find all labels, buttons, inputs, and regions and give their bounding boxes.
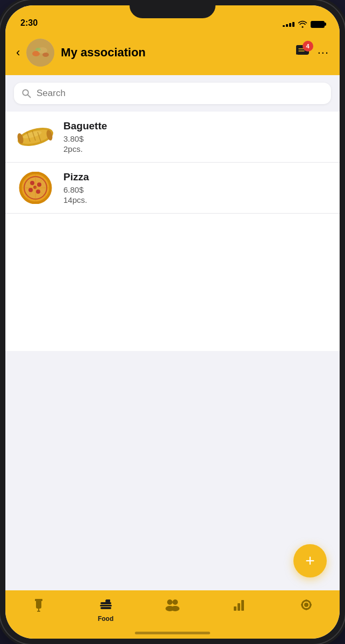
svg-point-4 bbox=[35, 48, 41, 51]
notification-button[interactable]: 4 bbox=[295, 44, 310, 61]
list-item[interactable]: Pizza 6.80$ 14pcs. bbox=[5, 163, 340, 214]
more-button[interactable]: ··· bbox=[318, 46, 329, 60]
search-icon bbox=[21, 89, 31, 98]
svg-rect-47 bbox=[241, 600, 244, 611]
wifi-icon bbox=[298, 20, 307, 28]
avatar bbox=[26, 39, 54, 67]
status-icons bbox=[283, 20, 325, 28]
item-quantity-pizza: 14pcs. bbox=[63, 195, 329, 204]
svg-point-23 bbox=[30, 181, 34, 185]
list-item[interactable]: Baguette 3.80$ 2pcs. bbox=[5, 112, 340, 163]
item-details-pizza: Pizza 6.80$ 14pcs. bbox=[63, 171, 329, 204]
svg-point-52 bbox=[301, 604, 303, 606]
search-box bbox=[14, 83, 331, 104]
item-name-pizza: Pizza bbox=[63, 171, 329, 183]
item-quantity-baguette: 2pcs. bbox=[63, 144, 329, 153]
svg-rect-40 bbox=[106, 599, 110, 602]
item-price-pizza: 6.80$ bbox=[63, 185, 329, 194]
stats-icon bbox=[232, 598, 246, 612]
header-title: My association bbox=[61, 46, 288, 60]
baguette-image bbox=[16, 121, 55, 153]
status-time: 2:30 bbox=[20, 18, 38, 28]
signal-icon bbox=[283, 22, 294, 27]
phone-screen: 2:30 bbox=[5, 5, 340, 639]
svg-point-51 bbox=[305, 608, 307, 610]
svg-rect-45 bbox=[234, 606, 236, 611]
content-area: + bbox=[5, 351, 340, 590]
nav-item-settings[interactable] bbox=[273, 596, 340, 614]
svg-rect-32 bbox=[36, 600, 41, 609]
people-icon bbox=[164, 598, 181, 612]
svg-point-50 bbox=[305, 599, 307, 602]
fab-button[interactable]: + bbox=[293, 544, 327, 577]
drinks-icon bbox=[32, 598, 46, 613]
phone-frame: 2:30 bbox=[0, 0, 345, 644]
search-container bbox=[5, 75, 340, 112]
nav-label-food: Food bbox=[98, 615, 113, 623]
back-button[interactable]: ‹ bbox=[16, 46, 20, 60]
content-list: Baguette 3.80$ 2pcs. bbox=[5, 112, 340, 351]
search-input[interactable] bbox=[37, 88, 324, 99]
notch bbox=[130, 0, 215, 18]
pizza-image bbox=[16, 172, 55, 204]
svg-rect-38 bbox=[100, 607, 111, 609]
svg-rect-46 bbox=[238, 603, 240, 611]
svg-point-48 bbox=[304, 603, 308, 607]
svg-rect-35 bbox=[37, 611, 40, 612]
notification-badge: 4 bbox=[303, 41, 313, 52]
svg-point-53 bbox=[310, 604, 312, 606]
header-actions: 4 ··· bbox=[295, 44, 329, 61]
nav-item-stats[interactable] bbox=[206, 596, 272, 614]
nav-item-people[interactable] bbox=[139, 596, 206, 614]
settings-icon bbox=[299, 598, 313, 612]
svg-rect-36 bbox=[100, 602, 111, 604]
home-indicator bbox=[135, 632, 210, 634]
header: ‹ My association bbox=[5, 32, 340, 75]
item-details-baguette: Baguette 3.80$ 2pcs. bbox=[63, 120, 329, 153]
food-icon bbox=[98, 598, 113, 613]
battery-icon bbox=[311, 21, 325, 28]
svg-point-3 bbox=[42, 53, 49, 57]
svg-point-41 bbox=[167, 599, 172, 605]
svg-line-10 bbox=[28, 95, 31, 98]
nav-item-drinks[interactable] bbox=[5, 596, 72, 615]
svg-rect-33 bbox=[35, 599, 42, 601]
svg-point-44 bbox=[171, 606, 179, 611]
item-price-baguette: 3.80$ bbox=[63, 134, 329, 143]
svg-rect-37 bbox=[100, 605, 112, 606]
svg-point-42 bbox=[172, 599, 178, 605]
nav-item-food[interactable]: Food bbox=[72, 596, 139, 625]
item-name-baguette: Baguette bbox=[63, 120, 329, 132]
